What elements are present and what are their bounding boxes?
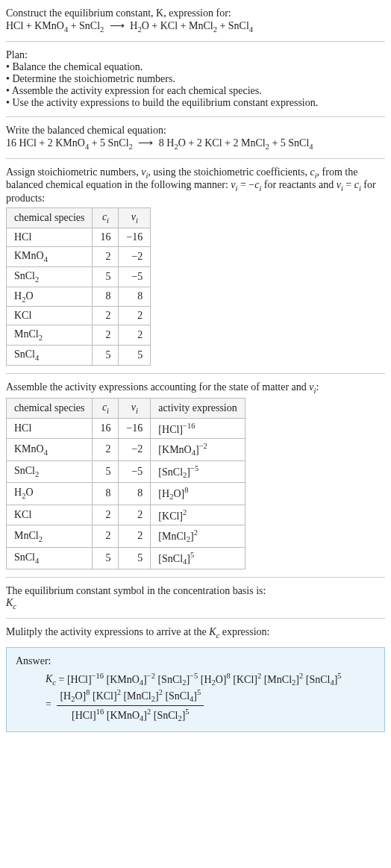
- table-row: KCl22[KCl]2: [7, 505, 245, 525]
- plan-item: • Determine the stoichiometric numbers.: [6, 73, 385, 85]
- divider: [6, 618, 385, 619]
- plan-block: Plan: • Balance the chemical equation. •…: [6, 45, 385, 113]
- table-header-row: chemical species ci νi activity expressi…: [7, 398, 245, 418]
- activity-table: chemical species ci νi activity expressi…: [6, 398, 245, 569]
- plan-item: • Assemble the activity expression for e…: [6, 85, 385, 97]
- table-header-row: chemical species ci νi: [7, 208, 151, 228]
- intro-line: Construct the equilibrium constant, K, e…: [6, 7, 385, 19]
- answer-label: Answer:: [16, 655, 375, 667]
- table-row: KMnO42−2: [7, 246, 151, 266]
- multiply-block: Mulitply the activity expressions to arr…: [6, 622, 385, 644]
- col-activity: activity expression: [151, 398, 245, 418]
- answer-line1: Kc = [HCl]−16 [KMnO4]−2 [SnCl2]−5 [H2O]8…: [46, 672, 375, 687]
- col-vi: νi: [119, 208, 151, 228]
- activity-block: Assemble the activity expressions accoun…: [6, 377, 385, 574]
- col-species: chemical species: [7, 398, 93, 418]
- activity-heading: Assemble the activity expressions accoun…: [6, 381, 385, 395]
- col-vi: νi: [119, 398, 151, 418]
- intro-block: Construct the equilibrium constant, K, e…: [6, 3, 385, 38]
- plan-item: • Balance the chemical equation.: [6, 61, 385, 73]
- col-ci: ci: [93, 398, 119, 418]
- table-row: H2O88: [7, 287, 151, 307]
- stoich-block: Assign stoichiometric numbers, νi, using…: [6, 162, 385, 370]
- divider: [6, 373, 385, 374]
- balanced-equation: 16 HCl + 2 KMnO4 + 5 SnCl2 ⟶ 8 H2O + 2 K…: [6, 137, 385, 151]
- divider: [6, 116, 385, 117]
- plan-heading: Plan:: [6, 49, 385, 61]
- table-row: MnCl222[MnCl2]2: [7, 525, 245, 547]
- kc-symbol: Kc: [6, 597, 385, 611]
- stoich-heading: Assign stoichiometric numbers, νi, using…: [6, 166, 385, 205]
- balanced-block: Write the balanced chemical equation: 16…: [6, 120, 385, 155]
- table-row: KMnO42−2[KMnO4]−2: [7, 439, 245, 460]
- table-row: H2O88[H2O]8: [7, 483, 245, 505]
- answer-line2: = [H2O]8 [KCl]2 [MnCl2]2 [SnCl4]5 [HCl]1…: [46, 688, 375, 722]
- table-row: MnCl222: [7, 325, 151, 346]
- balanced-heading: Write the balanced chemical equation:: [6, 125, 385, 137]
- answer-fraction: [H2O]8 [KCl]2 [MnCl2]2 [SnCl4]5 [HCl]16 …: [57, 688, 204, 722]
- fraction-numerator: [H2O]8 [KCl]2 [MnCl2]2 [SnCl4]5: [57, 688, 204, 705]
- divider: [6, 158, 385, 159]
- divider: [6, 41, 385, 42]
- kc-text: The equilibrium constant symbol in the c…: [6, 585, 385, 597]
- divider: [6, 577, 385, 578]
- table-row: SnCl455: [7, 346, 151, 366]
- answer-eq-prefix: =: [46, 699, 54, 710]
- multiply-heading: Mulitply the activity expressions to arr…: [6, 626, 385, 640]
- fraction-denominator: [HCl]16 [KMnO4]2 [SnCl2]5: [57, 706, 204, 722]
- table-row: HCl16−16: [7, 228, 151, 246]
- answer-box: Answer: Kc = [HCl]−16 [KMnO4]−2 [SnCl2]−…: [6, 647, 385, 732]
- table-row: SnCl25−5: [7, 266, 151, 287]
- table-row: KCl22: [7, 307, 151, 325]
- col-species: chemical species: [7, 208, 93, 228]
- table-row: HCl16−16[HCl]−16: [7, 418, 245, 439]
- table-row: SnCl455[SnCl4]5: [7, 547, 245, 569]
- stoich-table: chemical species ci νi HCl16−16 KMnO42−2…: [6, 207, 151, 366]
- col-ci: ci: [93, 208, 119, 228]
- kc-symbol-block: The equilibrium constant symbol in the c…: [6, 581, 385, 615]
- table-row: SnCl25−5[SnCl2]−5: [7, 460, 245, 482]
- intro-equation: HCl + KMnO4 + SnCl2 ⟶ H2O + KCl + MnCl2 …: [6, 19, 385, 34]
- plan-item: • Use the activity expressions to build …: [6, 97, 385, 109]
